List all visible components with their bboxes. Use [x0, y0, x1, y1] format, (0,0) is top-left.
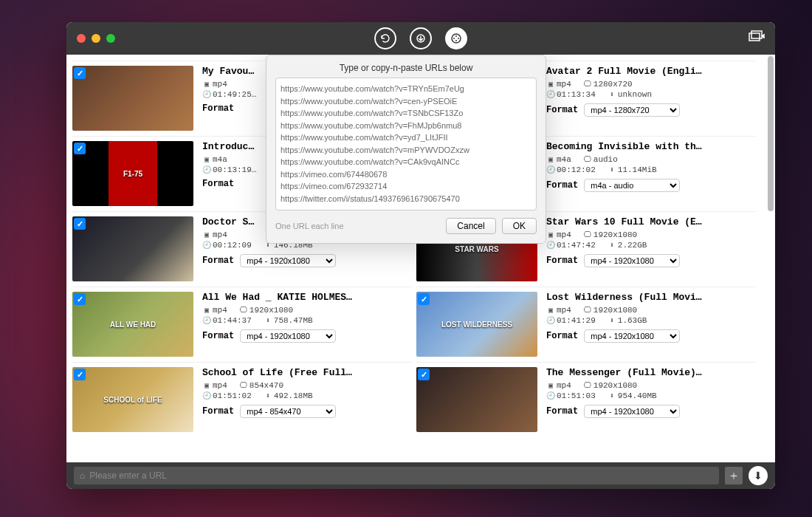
popover-title: Type or copy-n-paste URLs below — [275, 63, 537, 73]
format-select[interactable]: mp4 - 1920x1080 — [584, 329, 680, 343]
thumbnail[interactable]: ✓SCHOOL of LIFE — [72, 367, 193, 432]
checkbox[interactable]: ✓ — [418, 369, 430, 380]
format-select[interactable]: mp4 - 1920x1080 — [240, 254, 336, 267]
video-grid: ✓My Favou…▣mp4🕘01:49:25…Format✓Avatar 2 … — [66, 55, 775, 462]
video-title: All We Had _ KATIE HOLMES… — [202, 292, 409, 303]
checkbox[interactable]: ✓ — [418, 293, 430, 305]
download-icon: ⬇ — [608, 316, 616, 325]
res-icon: 🖵 — [239, 381, 248, 390]
video-meta: Star Wars 10 Full Movie (E…▣mp4🖵1920x108… — [537, 216, 756, 282]
checkbox[interactable]: ✓ — [74, 218, 86, 230]
add-button[interactable]: ＋ — [725, 467, 743, 485]
res-icon: 🖵 — [583, 230, 592, 239]
format-select[interactable]: mp4 - 1280x720 — [584, 103, 680, 117]
thumb-label: STAR WARS — [455, 245, 498, 253]
popover-hint: One URL each line — [275, 222, 344, 230]
zoom-dot[interactable] — [106, 34, 115, 43]
thumbnail[interactable]: ✓ — [72, 216, 193, 281]
file-type: mp4 — [557, 230, 571, 239]
video-title: Star Wars 10 Full Movie (E… — [546, 216, 753, 227]
video-card: ✓ALL WE HADAll We Had _ KATIE HOLMES…▣mp… — [72, 287, 412, 357]
duration: 01:51:02 — [213, 391, 252, 400]
resolution: 1920x1080 — [593, 306, 637, 315]
cancel-button[interactable]: Cancel — [446, 218, 495, 234]
thumbnail[interactable]: ✓F1-75 — [72, 141, 193, 206]
thumbnail[interactable]: ✓ — [72, 66, 193, 131]
thumbnail[interactable]: ✓LOST WILDERNESS — [416, 292, 537, 357]
duration: 01:13:34 — [557, 90, 596, 99]
duration: 01:51:03 — [557, 391, 596, 400]
resolution: 1920x1080 — [593, 381, 637, 390]
format-label: Format — [546, 331, 578, 341]
thumb-label: SCHOOL of LIFE — [103, 396, 162, 404]
scrollbar[interactable] — [766, 56, 774, 461]
video-card: ✓LOST WILDERNESSLost Wilderness (Full Mo… — [416, 287, 756, 357]
format-label: Format — [546, 406, 578, 417]
thumbnail[interactable]: ✓ALL WE HAD — [72, 292, 193, 357]
video-title: Avatar 2 Full Movie (Engli… — [546, 66, 753, 77]
clock-icon: 🕘 — [546, 90, 555, 99]
format-select[interactable]: m4a - audio — [584, 179, 680, 192]
convert-icon[interactable] — [410, 27, 432, 49]
svg-point-3 — [458, 38, 459, 39]
thumbnail[interactable]: ✓ — [416, 367, 537, 432]
home-icon: ⌂ — [80, 470, 85, 481]
close-dot[interactable] — [77, 34, 86, 43]
res-icon: 🖵 — [583, 306, 592, 315]
checkbox[interactable]: ✓ — [74, 369, 86, 380]
file-type: mp4 — [213, 381, 227, 390]
checkbox[interactable]: ✓ — [74, 143, 86, 154]
checkbox[interactable]: ✓ — [74, 293, 86, 305]
video-meta: All We Had _ KATIE HOLMES…▣mp4🖵1920x1080… — [193, 292, 412, 357]
type-icon: ▣ — [202, 306, 211, 315]
format-label: Format — [546, 256, 578, 266]
format-select[interactable]: mp4 - 854x470 — [240, 405, 336, 418]
refresh-icon[interactable] — [374, 27, 396, 49]
ok-button[interactable]: OK — [502, 218, 537, 234]
filesize: 2.22GB — [618, 241, 647, 250]
file-type: m4a — [557, 155, 571, 164]
filesize: 954.40MB — [618, 391, 657, 400]
file-type: mp4 — [213, 80, 227, 89]
clock-icon: 🕘 — [546, 241, 555, 250]
file-type: mp4 — [213, 306, 227, 315]
res-icon: 🖵 — [583, 155, 592, 164]
duration: 01:44:37 — [213, 316, 252, 325]
url-textarea[interactable] — [275, 78, 537, 210]
video-card: ✓SCHOOL of LIFESchool of Life (Free Full… — [72, 362, 412, 433]
download-icon: ⬇ — [264, 316, 272, 325]
type-icon: ▣ — [546, 80, 555, 89]
thumb-label: LOST WILDERNESS — [441, 321, 512, 329]
format-label: Format — [202, 256, 234, 266]
resolution: 1920x1080 — [250, 306, 293, 315]
video-title: Lost Wilderness (Full Movi… — [546, 292, 753, 303]
resolution: 854x470 — [250, 381, 283, 390]
library-icon[interactable] — [749, 30, 765, 47]
filesize: 758.47MB — [274, 316, 313, 325]
video-meta: Avatar 2 Full Movie (Engli…▣mp4🖵1280x720… — [537, 66, 756, 131]
url-paste-popover: Type or copy-n-paste URLs below One URL … — [266, 55, 546, 244]
url-input[interactable]: ⌂ Please enter a URL — [74, 467, 719, 485]
duration: 01:41:29 — [557, 316, 596, 325]
minimize-dot[interactable] — [92, 34, 100, 43]
resolution: audio — [593, 155, 618, 164]
clock-icon: 🕘 — [202, 316, 211, 325]
res-icon: 🖵 — [583, 80, 592, 89]
video-icon[interactable] — [445, 27, 467, 49]
app-window: ✓My Favou…▣mp4🕘01:49:25…Format✓Avatar 2 … — [66, 22, 775, 489]
res-icon: 🖵 — [583, 381, 592, 390]
clock-icon: 🕘 — [202, 391, 211, 400]
format-select[interactable]: mp4 - 1920x1080 — [584, 254, 680, 267]
format-select[interactable]: mp4 - 1920x1080 — [584, 405, 680, 418]
resolution: 1280x720 — [593, 80, 633, 89]
window-controls — [77, 34, 115, 43]
download-icon: ⬇ — [608, 241, 616, 250]
download-icon: ⬇ — [608, 90, 616, 99]
clock-icon: 🕘 — [202, 90, 211, 99]
checkbox[interactable]: ✓ — [74, 67, 86, 79]
url-placeholder: Please enter a URL — [89, 470, 167, 481]
type-icon: ▣ — [546, 155, 555, 164]
format-label: Format — [202, 331, 234, 341]
download-button[interactable]: ⬇ — [749, 466, 768, 485]
format-select[interactable]: mp4 - 1920x1080 — [240, 329, 336, 343]
